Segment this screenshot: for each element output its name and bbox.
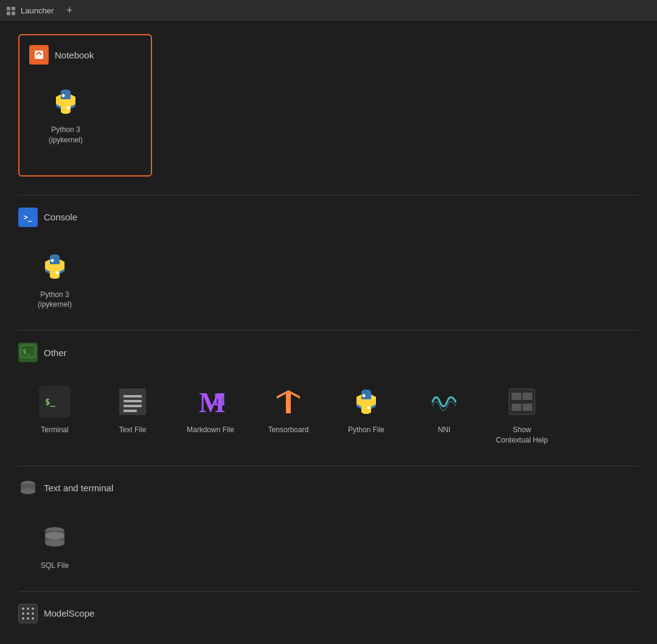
python-file-label: Python File	[348, 425, 384, 435]
svg-rect-14	[123, 395, 142, 397]
python3-console-label: Python 3(ipykernel)	[38, 290, 72, 310]
text-file-icon	[116, 385, 150, 419]
svg-point-36	[45, 532, 64, 539]
nni-item[interactable]: NNI	[408, 374, 481, 453]
svg-point-38	[27, 607, 29, 610]
svg-point-44	[27, 617, 29, 620]
svg-rect-16	[123, 405, 142, 407]
svg-rect-3	[12, 12, 15, 15]
launcher-icon	[6, 6, 16, 16]
launcher-content: Notebook Python 3(ipykernel)	[0, 22, 657, 644]
terminal-label: Terminal	[41, 425, 68, 435]
text-terminal-items-grid: SQL File	[18, 510, 639, 579]
svg-point-39	[32, 607, 34, 610]
sql-file-label: SQL File	[41, 561, 69, 571]
notebook-section-icon	[29, 45, 49, 65]
svg-point-42	[32, 612, 34, 615]
svg-point-40	[22, 612, 24, 615]
notebook-section-header: Notebook	[29, 45, 141, 65]
tab-title: Launcher	[21, 6, 54, 15]
svg-rect-27	[523, 404, 532, 411]
sep-3	[18, 466, 639, 466]
tensorboard-label: Tensorboard	[268, 425, 309, 435]
svg-rect-25	[523, 393, 532, 400]
notebook-label: Notebook	[55, 50, 94, 60]
svg-rect-17	[123, 410, 137, 412]
text-terminal-section-header: Text and terminal	[18, 478, 639, 498]
svg-rect-2	[7, 12, 10, 15]
svg-point-6	[67, 107, 70, 110]
python3-notebook-item[interactable]: Python 3(ipykernel)	[29, 74, 102, 153]
python-file-item[interactable]: Python File	[330, 374, 403, 453]
sep-1	[18, 195, 639, 195]
markdown-file-icon: M	[193, 385, 228, 419]
console-section-header: >_ Console	[18, 208, 639, 227]
contextual-help-item[interactable]: ShowContextual Help	[485, 374, 558, 453]
contextual-help-icon	[505, 385, 539, 419]
modelscope-section-header: ModelScope	[18, 604, 639, 623]
svg-point-35	[45, 539, 64, 547]
nni-icon	[427, 385, 461, 419]
terminal-item[interactable]: $_ Terminal	[18, 374, 91, 453]
svg-rect-0	[7, 7, 10, 10]
svg-point-22	[367, 407, 370, 410]
console-label: Console	[44, 212, 77, 222]
tensorboard-icon	[271, 385, 305, 419]
sql-file-icon	[38, 520, 72, 555]
tensorboard-item[interactable]: Tensorboard	[252, 374, 325, 453]
svg-rect-15	[123, 400, 142, 402]
notebook-items-grid: Python 3(ipykernel)	[29, 74, 141, 153]
text-file-item[interactable]: Text File	[96, 374, 169, 453]
new-tab-button[interactable]: +	[61, 2, 78, 19]
svg-rect-26	[512, 404, 521, 411]
other-items-grid: $_ Terminal Text File	[18, 374, 639, 453]
titlebar: Launcher +	[0, 0, 657, 22]
model-library-item[interactable]: 模型库	[96, 635, 169, 644]
svg-text:$_: $_	[45, 397, 55, 407]
sep-2	[18, 330, 639, 331]
svg-point-37	[22, 607, 24, 610]
text-terminal-label: Text and terminal	[44, 483, 113, 493]
svg-text:M: M	[199, 388, 224, 416]
svg-point-7	[51, 259, 54, 262]
svg-rect-24	[512, 393, 521, 400]
python3-notebook-label: Python 3(ipykernel)	[49, 125, 83, 145]
text-terminal-section-icon	[18, 478, 38, 498]
doc-center-item[interactable]: 文档中心	[18, 635, 91, 644]
svg-point-21	[363, 394, 366, 397]
svg-point-41	[27, 612, 29, 615]
modelscope-label: ModelScope	[44, 608, 94, 618]
svg-point-32	[21, 488, 35, 494]
svg-rect-1	[12, 7, 15, 10]
sep-4	[18, 591, 639, 592]
other-label: Other	[44, 348, 67, 358]
python3-notebook-icon	[49, 85, 83, 119]
python-file-icon	[349, 385, 383, 419]
text-file-label: Text File	[119, 425, 147, 435]
nni-label: NNI	[438, 425, 451, 435]
svg-text:$_: $_	[23, 348, 31, 355]
svg-marker-20	[277, 390, 300, 413]
console-section-icon: >_	[18, 208, 38, 227]
python3-console-item[interactable]: Python 3(ipykernel)	[18, 239, 91, 318]
other-section-icon: $_	[18, 343, 38, 362]
svg-point-45	[32, 617, 34, 620]
notebook-section: Notebook Python 3(ipykernel)	[18, 34, 152, 177]
other-section-header: $_ Other	[18, 343, 639, 362]
markdown-file-item[interactable]: M Markdown File	[174, 374, 247, 453]
modelscope-items-grid: 文档中心 模型库	[18, 635, 639, 644]
svg-point-43	[22, 617, 24, 620]
sql-file-item[interactable]: SQL File	[18, 510, 91, 579]
svg-point-5	[62, 94, 65, 97]
terminal-icon: $_	[38, 385, 72, 419]
contextual-help-label: ShowContextual Help	[496, 425, 548, 446]
python3-console-icon	[38, 250, 72, 284]
svg-point-8	[56, 271, 59, 274]
modelscope-section-icon	[18, 604, 38, 623]
markdown-file-label: Markdown File	[187, 425, 234, 435]
console-items-grid: Python 3(ipykernel)	[18, 239, 639, 318]
